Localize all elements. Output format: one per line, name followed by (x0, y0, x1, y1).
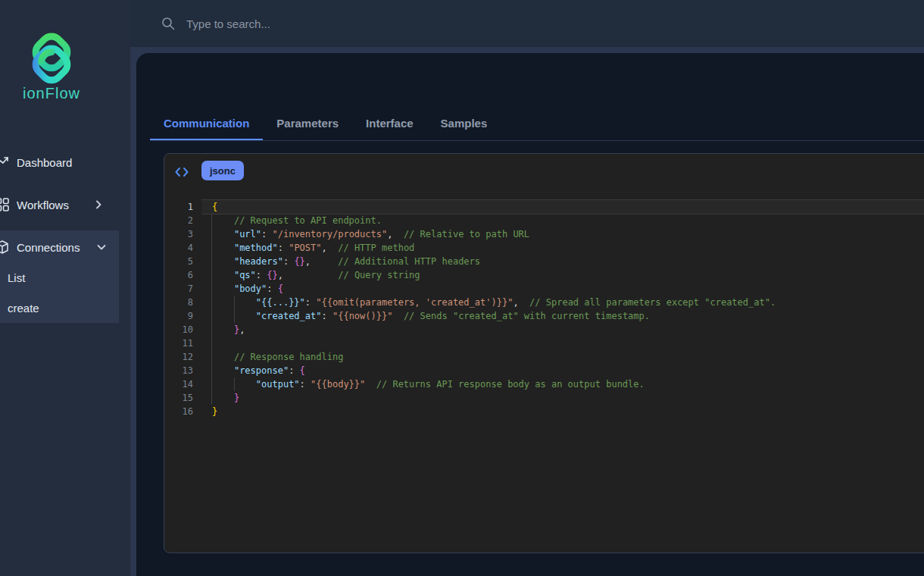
code-line[interactable]: { (212, 200, 924, 214)
code-line[interactable]: "url": "/inventory/products", // Relativ… (212, 227, 924, 241)
line-number: 4 (164, 241, 193, 255)
tab-interface[interactable]: Interface (352, 106, 427, 140)
line-number: 3 (164, 227, 193, 241)
code-line[interactable]: "response": { (212, 364, 924, 377)
code-line[interactable]: "headers": {}, // Additional HTTP header… (212, 255, 924, 268)
workflows-grid-icon (0, 197, 10, 212)
indent-guide (234, 377, 235, 391)
line-number: 6 (164, 268, 193, 282)
main-area: Communication Parameters Interface Sampl… (130, 47, 924, 576)
sidebar: ionFlow Dashboard Workflows (0, 0, 130, 576)
ionflow-logo-icon (17, 27, 86, 86)
code-line[interactable]: // Response handling (212, 350, 924, 364)
line-number: 12 (164, 350, 193, 364)
line-number-gutter: 12345678910111213141516 (164, 200, 193, 418)
sidebar-item-workflows[interactable]: Workflows (0, 194, 130, 215)
code-brackets-icon[interactable] (173, 164, 190, 180)
code-line[interactable]: "body": { (212, 282, 924, 296)
line-number: 2 (164, 214, 193, 227)
sidebar-subitem-label: create (8, 302, 39, 315)
line-number: 13 (164, 364, 193, 377)
code-lines: { // Request to API endpoint. "url": "/i… (212, 200, 924, 418)
chevron-right-icon (92, 199, 105, 211)
code-line[interactable]: "{{...}}": "{{omit(parameters, 'created_… (212, 296, 924, 309)
sidebar-item-connections[interactable]: Connections (0, 236, 130, 258)
tab-parameters[interactable]: Parameters (263, 106, 352, 140)
code-line[interactable]: } (212, 405, 924, 418)
tab-bar: Communication Parameters Interface Sampl… (150, 106, 924, 141)
line-number: 10 (164, 323, 193, 337)
sidebar-subitem-list[interactable]: List (8, 267, 119, 288)
code-line[interactable]: "qs": {}, // Query string (212, 268, 924, 282)
search-icon (161, 16, 176, 31)
tab-samples[interactable]: Samples (427, 106, 501, 140)
code-line[interactable]: }, (212, 323, 924, 337)
code-line[interactable]: "method": "POST", // HTTP method (212, 241, 924, 255)
code-line[interactable]: // Request to API endpoint. (212, 214, 924, 227)
connections-cube-icon (0, 239, 10, 255)
line-number: 7 (164, 282, 193, 296)
code-line[interactable]: } (212, 391, 924, 405)
sidebar-subitem-create[interactable]: create (8, 297, 119, 318)
search-input[interactable] (186, 12, 641, 35)
sidebar-item-label: Dashboard (17, 156, 72, 169)
tab-communication[interactable]: Communication (150, 106, 263, 140)
chevron-down-icon (95, 241, 108, 253)
line-number: 9 (164, 309, 193, 323)
indent-guide (211, 214, 212, 405)
code-editor-card: jsonc 12345678910111213141516 { // Reque… (164, 153, 924, 553)
line-number: 15 (164, 391, 193, 405)
line-number: 1 (164, 200, 193, 214)
code-editor[interactable]: 12345678910111213141516 { // Request to … (164, 200, 924, 553)
line-number: 14 (164, 377, 193, 391)
code-line[interactable] (212, 337, 924, 350)
topbar (130, 0, 924, 47)
indent-guide (234, 296, 235, 323)
sidebar-item-label: Connections (17, 241, 80, 254)
line-number: 5 (164, 255, 193, 268)
language-badge: jsonc (201, 161, 244, 180)
sidebar-item-label: Workflows (17, 199, 69, 211)
line-number: 11 (164, 337, 193, 350)
code-line[interactable]: "output": "{{body}}" // Returns API resp… (212, 377, 924, 391)
line-number: 16 (164, 405, 193, 418)
line-number: 8 (164, 296, 193, 309)
dashboard-icon (0, 155, 10, 170)
sidebar-item-dashboard[interactable]: Dashboard (0, 152, 130, 173)
brand-name: ionFlow (0, 85, 103, 102)
sidebar-subitem-label: List (8, 271, 25, 284)
content-panel: Communication Parameters Interface Sampl… (136, 53, 924, 576)
code-line[interactable]: "created_at": "{{now()}}" // Sends "crea… (212, 309, 924, 323)
